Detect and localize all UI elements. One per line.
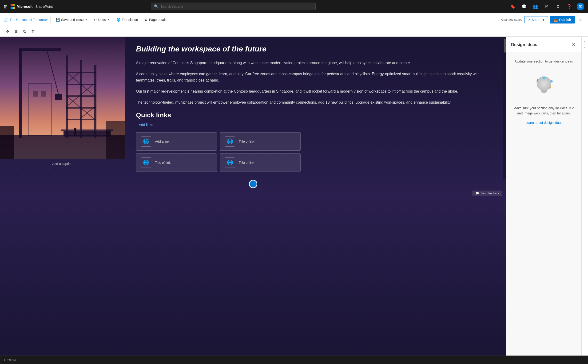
page-icon: 📄 [4,18,8,22]
right-tab: ‹ » [581,37,588,356]
link-icon-2: 🌐 [141,157,151,168]
page-title: The Contoso of Tomorrow [10,18,47,22]
chat-icon[interactable]: 💬 [520,3,528,10]
delete-button[interactable]: 🗑 [29,28,37,35]
search-input[interactable] [161,5,313,8]
svg-point-40 [549,87,551,89]
flag-icon[interactable]: 🏳 [543,3,550,10]
properties-button[interactable]: ⊟ [12,28,20,35]
link-tile-3[interactable]: 🌐 Title of link [220,153,301,172]
design-hint-text: Update your section to get design ideas [515,59,573,63]
add-link-icon: 🌐 [141,136,151,147]
svg-rect-27 [74,133,75,136]
svg-rect-31 [41,91,46,97]
svg-rect-28 [76,133,76,136]
svg-rect-9 [66,72,96,73]
article-para-3: Our first major redevelopment is nearing… [136,88,492,94]
design-panel-title: Design ideas [511,42,537,47]
svg-rect-35 [541,90,547,92]
ms-logo[interactable]: Microsoft [11,4,33,9]
edit-toolbar: ✥ ⊟ ⧉ 🗑 [0,26,588,37]
share-button[interactable]: ↗ Share ▼ [524,16,548,23]
image-caption[interactable]: Add a caption [0,159,125,169]
link-title-1: Title of link [239,140,254,143]
svg-rect-8 [94,65,96,138]
svg-rect-30 [33,91,38,97]
links-grid: 🌐 Add a link 🌐 Title of link 🌐 Title of … [136,132,301,172]
changes-saved-indicator: ✓ Changes saved [498,18,522,21]
svg-rect-2 [19,48,22,138]
page-brand[interactable]: 📄 The Contoso of Tomorrow [4,18,47,22]
save-dropdown-arrow: ▼ [85,18,87,21]
quick-links-container: Quick links + Add links 🌐 Add a link 🌐 T… [136,111,492,172]
article-title: Building the workspace of the future [136,44,492,54]
link-tile-1[interactable]: 🌐 Title of link [220,132,301,151]
svg-rect-22 [64,131,111,136]
publish-icon: 📤 [554,18,558,22]
svg-rect-13 [66,119,96,120]
bookmark-icon[interactable]: 🔖 [509,3,516,10]
check-icon: ✓ [498,18,500,21]
add-links-button[interactable]: + Add links [136,123,153,127]
content-section: Add a caption Building the workspace of … [0,37,506,179]
add-link-label: Add a link [155,140,169,143]
collapse-button[interactable]: « [577,16,584,24]
scrollbar-thumb[interactable] [504,39,506,53]
save-close-button[interactable]: 💾 Save and close ▼ [53,16,90,23]
link-tile-2[interactable]: 🌐 Title of link [136,153,217,172]
main-area: Add a caption Building the workspace of … [0,37,588,356]
duplicate-button[interactable]: ⧉ [21,28,28,35]
properties-icon: ⊟ [15,29,18,34]
svg-rect-32 [0,126,14,159]
send-feedback-button[interactable]: 💬 Send feedback [473,191,502,196]
settings-icon[interactable]: ⚙ [554,3,562,10]
design-panel-header: Design ideas ✕ [506,37,581,52]
page-content: Add a caption Building the workspace of … [0,37,506,356]
add-link-tile[interactable]: 🌐 Add a link [136,132,217,151]
toolbar-divider-1 [50,17,51,23]
search-bar[interactable]: 🔍 [151,3,316,10]
svg-rect-26 [74,131,77,131]
learn-design-ideas-link[interactable]: Learn about design ideas [525,121,562,124]
share-dropdown-arrow: ▼ [542,18,545,22]
help-icon[interactable]: ❓ [565,3,573,10]
svg-rect-11 [66,95,96,97]
design-description: Make sure your section only includes Tex… [512,105,576,116]
construction-image[interactable] [0,37,125,159]
main-toolbar: 📄 The Contoso of Tomorrow 💾 Save and clo… [0,13,588,26]
page-details-button[interactable]: ⚙ Page details [142,16,170,23]
delete-icon: 🗑 [31,29,35,34]
quick-links-title: Quick links [136,111,492,119]
article-para-4: The technology-fueled, multiphase projec… [136,99,492,105]
svg-point-39 [550,80,553,83]
scrollbar-track[interactable] [503,37,506,179]
duplicate-icon: ⧉ [23,29,26,34]
design-panel-close-button[interactable]: ✕ [570,41,577,48]
right-expand-button[interactable]: ‹ [582,39,588,44]
article-para-1: A major renovation of Contoso's Singapor… [136,60,492,66]
svg-rect-7 [80,60,82,138]
app-launcher-icon[interactable]: ⊞ [4,4,8,9]
people-icon[interactable]: 👥 [532,3,539,10]
status-info: 11:59 AM [4,358,16,362]
svg-rect-36 [542,92,546,93]
undo-icon: ↩ [94,18,97,22]
search-icon: 🔍 [154,4,159,9]
image-panel: Add a caption [0,37,125,179]
design-panel-content: Update your section to get design ideas [506,52,581,356]
avatar[interactable]: JD [577,3,584,10]
page-details-icon: ⚙ [145,18,148,22]
svg-rect-33 [106,121,125,159]
design-ideas-panel: Design ideas ✕ Update your section to ge… [506,37,581,356]
feedback-area: 💬 Send feedback [0,189,506,198]
translation-button[interactable]: 🌐 Translation [114,16,140,23]
move-button[interactable]: ✥ [4,28,11,35]
undo-button[interactable]: ↩ Undo ▼ [92,16,112,23]
publish-button[interactable]: 📤 Publish [550,16,575,24]
save-icon: 💾 [56,18,60,22]
link-icon-3: 🌐 [225,157,235,168]
translation-icon: 🌐 [116,18,120,22]
ms-logo-text: Microsoft [17,5,33,8]
add-section-button[interactable]: + [249,180,257,188]
undo-dropdown-arrow: ▼ [107,18,110,21]
